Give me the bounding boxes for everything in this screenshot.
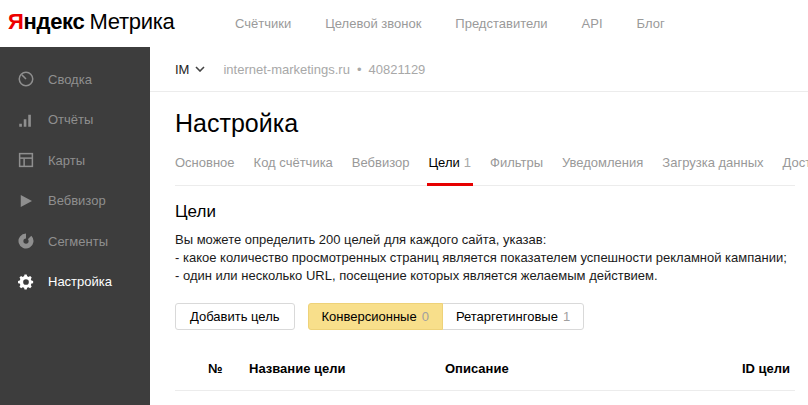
counter-switcher[interactable]: IM: [175, 62, 205, 77]
tab-goals[interactable]: Цели1: [429, 155, 472, 185]
column-goal-name: Название цели: [249, 361, 345, 376]
bar-chart-icon: [17, 111, 35, 129]
column-description: Описание: [445, 361, 509, 376]
sidebar-item-label: Отчёты: [48, 112, 93, 127]
tab-webvisor[interactable]: Вебвизор: [352, 155, 410, 185]
logo-product: Метрика: [89, 9, 174, 34]
column-goal-id: ID цели: [742, 361, 790, 376]
goals-toolbar: Добавить цель Конверсионные0 Ретаргетинг…: [175, 303, 808, 330]
logo-letter: Я: [8, 9, 24, 34]
header-nav: Счётчики Целевой звонок Представители AP…: [235, 0, 665, 47]
sidebar-item-label: Карты: [48, 153, 85, 168]
main-panel: IM internet-marketings.ru • 40821129 Нас…: [150, 47, 808, 405]
sidebar: Сводка Отчёты Карты Вебвизор Сегмен: [0, 47, 150, 405]
add-goal-button[interactable]: Добавить цель: [175, 303, 295, 330]
page-title: Настройка: [175, 109, 808, 138]
goals-description-line: - один или несколько URL, посещение кото…: [175, 267, 808, 285]
nav-blog[interactable]: Блог: [637, 16, 665, 31]
nav-counters[interactable]: Счётчики: [235, 16, 291, 31]
tab-access[interactable]: Доступ: [783, 155, 808, 185]
tab-main[interactable]: Основное: [175, 155, 235, 185]
nav-api[interactable]: API: [582, 16, 603, 31]
tab-filters[interactable]: Фильтры: [490, 155, 543, 185]
counter-info: internet-marketings.ru • 40821129: [223, 62, 425, 77]
gear-icon: [17, 273, 35, 291]
sidebar-item-maps[interactable]: Карты: [0, 140, 150, 181]
segment-retargeting[interactable]: Ретаргетинговые1: [442, 303, 584, 330]
nav-target-call[interactable]: Целевой звонок: [325, 16, 421, 31]
segment-conversion[interactable]: Конверсионные0: [308, 303, 443, 330]
sidebar-item-label: Вебвизор: [48, 193, 106, 208]
tab-data-upload[interactable]: Загрузка данных: [662, 155, 763, 185]
goal-type-switcher: Конверсионные0 Ретаргетинговые1: [308, 303, 585, 330]
goals-table-header: № Название цели Описание ID цели: [175, 361, 795, 375]
gauge-icon: [17, 70, 35, 88]
settings-tabs: Основное Код счётчика Вебвизор Цели1 Фил…: [175, 155, 795, 186]
counter-short-name: IM: [175, 62, 189, 77]
retargeting-count: 1: [563, 309, 570, 324]
tab-notifications[interactable]: Уведомления: [562, 155, 643, 185]
goals-description-line: Вы можете определить 200 целей для каждо…: [175, 231, 808, 249]
goals-description-line: - какое количество просмотренных страниц…: [175, 249, 808, 267]
sidebar-item-label: Сегменты: [48, 234, 108, 249]
table-divider: [175, 390, 795, 391]
yandex-metrika-logo[interactable]: ЯндексМетрика: [8, 9, 174, 35]
bullet-separator: •: [357, 62, 362, 77]
chevron-down-icon: [195, 66, 205, 72]
play-icon: [17, 192, 35, 210]
counter-id: 40821129: [368, 62, 425, 77]
goals-count-badge: 1: [464, 155, 471, 170]
sidebar-item-webvisor[interactable]: Вебвизор: [0, 181, 150, 222]
conversion-count: 0: [422, 309, 429, 324]
counter-domain: internet-marketings.ru: [223, 62, 349, 77]
column-number: №: [208, 361, 223, 376]
logo-brand: ндекс: [24, 9, 85, 34]
sidebar-item-label: Настройка: [48, 274, 112, 289]
tab-counter-code[interactable]: Код счётчика: [254, 155, 333, 185]
sidebar-item-settings[interactable]: Настройка: [0, 262, 150, 303]
layout-icon: [17, 151, 35, 169]
goals-description: Вы можете определить 200 целей для каждо…: [175, 231, 808, 285]
goals-heading: Цели: [175, 202, 808, 222]
top-header: ЯндексМетрика Счётчики Целевой звонок Пр…: [0, 0, 808, 48]
nav-representatives[interactable]: Представители: [455, 16, 547, 31]
sidebar-item-summary[interactable]: Сводка: [0, 59, 150, 100]
counter-breadcrumb: IM internet-marketings.ru • 40821129: [150, 47, 808, 92]
pie-icon: [17, 232, 35, 250]
sidebar-item-label: Сводка: [48, 72, 92, 87]
sidebar-item-segments[interactable]: Сегменты: [0, 221, 150, 262]
sidebar-item-reports[interactable]: Отчёты: [0, 100, 150, 141]
